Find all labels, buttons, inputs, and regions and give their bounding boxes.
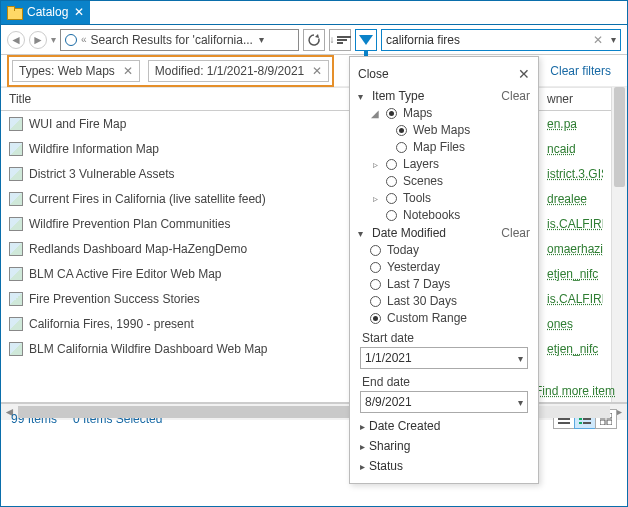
- chevron-right-icon: ▸: [360, 421, 365, 432]
- chevron-down-icon: ▾: [358, 91, 368, 102]
- refresh-icon: [307, 33, 321, 47]
- map-icon: [9, 217, 23, 231]
- owner-link[interactable]: en.pa: [547, 117, 577, 131]
- svg-rect-2: [558, 422, 570, 424]
- radio-icon: [386, 176, 397, 187]
- chevron-right-icon: ▹: [370, 159, 380, 170]
- end-date-input[interactable]: 8/9/2021▾: [360, 391, 528, 413]
- start-date-input[interactable]: 1/1/2021▾: [360, 347, 528, 369]
- opt-notebooks[interactable]: Notebooks: [370, 208, 530, 222]
- filter-button[interactable]: [355, 29, 377, 51]
- address-dropdown-icon[interactable]: ▾: [257, 34, 266, 45]
- section-sharing[interactable]: ▸Sharing: [360, 439, 530, 453]
- map-icon: [9, 167, 23, 181]
- nav-back-button[interactable]: ◄: [7, 31, 25, 49]
- popup-close-icon[interactable]: ✕: [518, 66, 530, 82]
- opt-map-files[interactable]: Map Files: [396, 140, 530, 154]
- chevron-right-icon: ▹: [370, 193, 380, 204]
- tab-catalog[interactable]: Catalog ✕: [1, 0, 90, 24]
- map-icon: [9, 242, 23, 256]
- owner-link[interactable]: etjen_nifc: [547, 267, 598, 281]
- opt-last7[interactable]: Last 7 Days: [370, 277, 530, 291]
- row-owner[interactable]: istrict.3.GIS: [539, 161, 611, 186]
- tab-close-icon[interactable]: ✕: [74, 5, 84, 19]
- map-icon: [9, 117, 23, 131]
- map-icon: [9, 142, 23, 156]
- vertical-scrollbar[interactable]: [611, 87, 627, 402]
- address-bar[interactable]: « Search Results for 'california... ▾: [60, 29, 299, 51]
- address-text: Search Results for 'california...: [91, 33, 253, 47]
- map-icon: [9, 342, 23, 356]
- section-status[interactable]: ▸Status: [360, 459, 530, 473]
- clear-filters-link[interactable]: Clear filters: [550, 64, 621, 78]
- chip-remove-icon[interactable]: ✕: [123, 64, 133, 78]
- column-owner: wner en.pancaidistrict.3.GISdrealeeis.CA…: [539, 87, 611, 402]
- chip-modified[interactable]: Modified: 1/1/2021-8/9/2021 ✕: [148, 60, 329, 82]
- owner-link[interactable]: omaerhazi_W: [547, 242, 603, 256]
- chip-remove-icon[interactable]: ✕: [312, 64, 322, 78]
- svg-rect-12: [607, 420, 612, 425]
- owner-link[interactable]: drealee: [547, 192, 587, 206]
- opt-scenes[interactable]: Scenes: [370, 174, 530, 188]
- section-date-modified[interactable]: ▾ Date Modified Clear: [358, 226, 530, 240]
- chip-types[interactable]: Types: Web Maps ✕: [12, 60, 140, 82]
- find-more-link[interactable]: Find more item: [535, 384, 615, 398]
- end-date-label: End date: [362, 375, 530, 389]
- filter-popup: Close ✕ ▾ Item Type Clear ◢Maps Web Maps…: [349, 56, 539, 484]
- map-icon: [9, 192, 23, 206]
- funnel-icon: [359, 35, 373, 45]
- opt-custom[interactable]: Custom Range: [370, 311, 530, 325]
- colhead-owner[interactable]: wner: [539, 87, 611, 111]
- radio-icon: [386, 210, 397, 221]
- row-owner[interactable]: is.CALFIRE: [539, 211, 611, 236]
- refresh-button[interactable]: [303, 29, 325, 51]
- search-input[interactable]: [382, 33, 589, 47]
- search-dropdown-icon[interactable]: ▾: [607, 34, 620, 45]
- row-owner[interactable]: ones: [539, 311, 611, 336]
- folder-icon: [7, 6, 21, 18]
- radio-icon: [386, 159, 397, 170]
- owner-link[interactable]: ones: [547, 317, 573, 331]
- row-owner[interactable]: is.CALFIRE: [539, 286, 611, 311]
- chevron-right-icon: ▸: [360, 461, 365, 472]
- sort-icon: [337, 36, 351, 44]
- owner-link[interactable]: is.CALFIRE: [547, 292, 603, 306]
- chevron-down-icon: ▾: [518, 397, 523, 408]
- chevron-right-icon: ▸: [360, 441, 365, 452]
- map-icon: [9, 317, 23, 331]
- start-date-label: Start date: [362, 331, 530, 345]
- owner-link[interactable]: ncaid: [547, 142, 576, 156]
- opt-maps[interactable]: ◢Maps: [370, 106, 530, 120]
- row-owner[interactable]: etjen_nifc: [539, 261, 611, 286]
- opt-today[interactable]: Today: [370, 243, 530, 257]
- opt-yesterday[interactable]: Yesterday: [370, 260, 530, 274]
- tab-bar: Catalog ✕: [1, 1, 627, 25]
- owner-link[interactable]: istrict.3.GIS: [547, 167, 603, 181]
- map-icon: [9, 292, 23, 306]
- row-owner[interactable]: drealee: [539, 186, 611, 211]
- opt-layers[interactable]: ▹Layers: [370, 157, 530, 171]
- chevron-down-icon: ▾: [358, 228, 368, 239]
- search-clear-icon[interactable]: ✕: [589, 33, 607, 47]
- filter-chips-highlight: Types: Web Maps ✕ Modified: 1/1/2021-8/9…: [7, 55, 334, 87]
- row-owner[interactable]: ncaid: [539, 136, 611, 161]
- popup-close-label[interactable]: Close: [358, 67, 518, 81]
- clear-item-type[interactable]: Clear: [501, 89, 530, 103]
- owner-link[interactable]: is.CALFIRE: [547, 217, 603, 231]
- owner-link[interactable]: etjen_nifc: [547, 342, 598, 356]
- opt-web-maps[interactable]: Web Maps: [396, 123, 530, 137]
- row-owner[interactable]: omaerhazi_W: [539, 236, 611, 261]
- section-item-type[interactable]: ▾ Item Type Clear: [358, 89, 530, 103]
- nav-history-dropdown-icon[interactable]: ▾: [51, 34, 56, 45]
- map-icon: [9, 267, 23, 281]
- opt-last30[interactable]: Last 30 Days: [370, 294, 530, 308]
- opt-tools[interactable]: ▹Tools: [370, 191, 530, 205]
- row-owner[interactable]: etjen_nifc: [539, 336, 611, 361]
- globe-icon: [65, 34, 77, 46]
- clear-date-modified[interactable]: Clear: [501, 226, 530, 240]
- section-date-created[interactable]: ▸Date Created: [360, 419, 530, 433]
- row-owner[interactable]: en.pa: [539, 111, 611, 136]
- nav-forward-button[interactable]: ►: [29, 31, 47, 49]
- sort-button[interactable]: ↓: [329, 29, 351, 51]
- radio-icon: [396, 142, 407, 153]
